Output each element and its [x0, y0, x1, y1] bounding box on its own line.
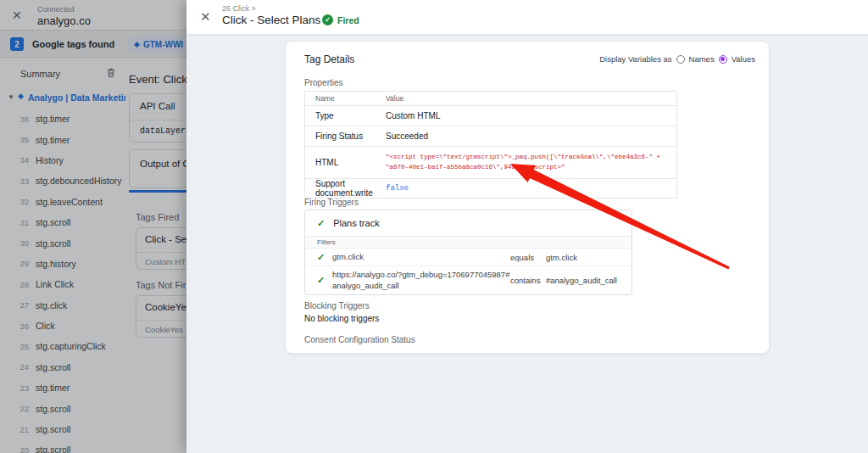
table-row: HTML "<script type=\"text/gtmscript\">_p… — [305, 147, 676, 179]
values-radio-label[interactable]: Values — [732, 54, 755, 64]
html-code-line: "<script type=\"text/gtmscript\">_paq.pu… — [386, 153, 671, 162]
filter-row: ✓ https://analygo.co/?gtm_debug=17069770… — [305, 266, 632, 294]
close-modal-icon[interactable]: ✕ — [200, 10, 211, 23]
check-icon: ✓ — [305, 253, 332, 262]
properties-header-row: Name Value — [305, 92, 676, 106]
table-row: Type Custom HTML — [305, 106, 676, 126]
filter-field: gtm.click — [332, 252, 510, 262]
table-row: Firing Status Succeeded — [305, 126, 676, 147]
status-badge: ✓ Fired — [322, 14, 359, 25]
status-badge-label: Fired — [337, 15, 359, 25]
no-blocking-triggers-text: No blocking triggers — [304, 314, 379, 323]
property-name: Type — [305, 111, 386, 120]
check-icon: ✓ — [305, 276, 332, 285]
property-value-html-code: "<script type=\"text/gtmscript\">_paq.pu… — [386, 153, 676, 172]
name-column-header: Name — [305, 94, 386, 103]
check-icon: ✓ — [317, 219, 325, 228]
tag-detail-modal: ✕ 26 Click > Click - Select Plans ✓ Fire… — [186, 0, 868, 453]
filter-value: gtm.click — [546, 253, 632, 262]
display-variables-label: Display Variables as — [599, 54, 671, 64]
modal-header: ✕ 26 Click > Click - Select Plans ✓ Fire… — [186, 0, 868, 34]
modal-title: Click - Select Plans — [222, 14, 320, 26]
filter-value: #analygo_audit_call — [546, 276, 632, 285]
filter-operator: equals — [510, 253, 546, 262]
values-radio[interactable] — [719, 55, 727, 64]
breadcrumb[interactable]: 26 Click > — [222, 4, 256, 13]
tag-details-card: Tag Details Display Variables as Names V… — [285, 41, 770, 354]
blocking-triggers-label: Blocking Triggers — [304, 301, 370, 310]
consent-configuration-label: Consent Configuration Status — [304, 335, 415, 344]
names-radio-label[interactable]: Names — [689, 54, 715, 64]
properties-table: Name Value Type Custom HTML Firing Statu… — [304, 91, 677, 199]
firing-trigger-card: ✓ Plans track Filters ✓ gtm.click equals… — [304, 210, 632, 295]
table-row: Support document.write false — [305, 179, 676, 198]
filter-row: ✓ gtm.click equals gtm.click — [305, 249, 632, 266]
properties-label: Properties — [304, 78, 343, 87]
property-value: Succeeded — [386, 131, 676, 141]
names-radio[interactable] — [676, 55, 685, 64]
check-circle-icon: ✓ — [322, 14, 333, 25]
property-value: Custom HTML — [386, 111, 676, 120]
value-column-header: Value — [386, 94, 676, 103]
display-variables-toggle: Display Variables as Names Values — [599, 54, 755, 64]
property-value: false — [386, 184, 676, 193]
property-name: Support document.write — [305, 179, 386, 198]
firing-triggers-label: Firing Triggers — [304, 198, 359, 207]
trigger-name-row[interactable]: ✓ Plans track — [305, 210, 632, 236]
html-code-line: "a670-40e1-ba1f-a55ba8ca0c16\",949]);</s… — [386, 163, 671, 172]
property-name: Firing Status — [305, 131, 386, 141]
filters-header: Filters — [305, 236, 632, 249]
trigger-name: Plans track — [333, 218, 379, 228]
property-name: HTML — [305, 158, 386, 167]
filter-operator: contains — [510, 276, 546, 285]
filter-field: https://analygo.co/?gtm_debug=1706977045… — [332, 270, 510, 291]
tag-details-title: Tag Details — [304, 53, 354, 65]
modal-scrim[interactable] — [0, 0, 186, 453]
